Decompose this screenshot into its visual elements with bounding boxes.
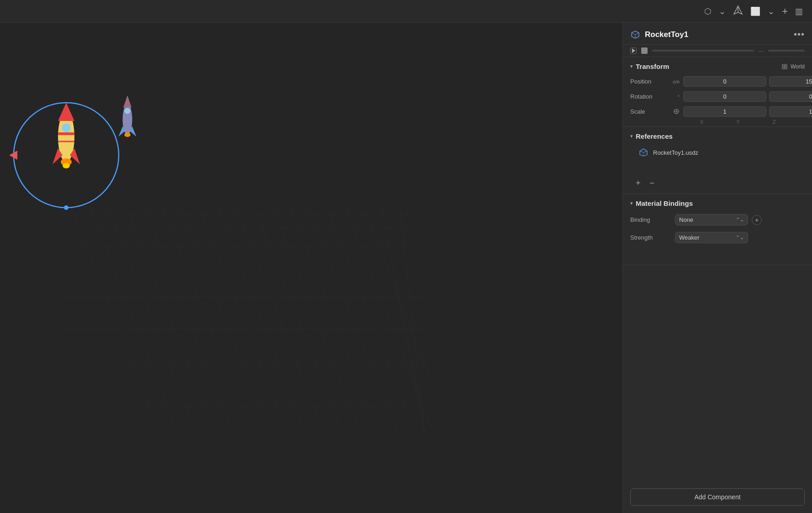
references-header[interactable]: ▾ References bbox=[623, 127, 812, 144]
ref-add-button[interactable]: + bbox=[634, 178, 643, 189]
position-unit: cm bbox=[670, 79, 680, 84]
timeline-bar[interactable] bbox=[652, 50, 754, 52]
scale-x[interactable] bbox=[683, 106, 766, 117]
object-header: RocketToy1 ••• bbox=[623, 23, 812, 45]
reference-item[interactable]: RocketToy1.usdz bbox=[627, 144, 807, 161]
material-bindings-chevron: ▾ bbox=[630, 200, 633, 206]
right-panel: RocketToy1 ••• — ▾ Transform bbox=[622, 23, 812, 513]
rotation-fields bbox=[683, 91, 812, 102]
scale-y[interactable] bbox=[769, 106, 812, 117]
binding-select[interactable]: None ⌃⌄ bbox=[675, 214, 748, 225]
position-label: Position bbox=[630, 78, 667, 85]
position-row: Position cm ↩ bbox=[623, 74, 812, 89]
material-bindings-header[interactable]: ▾ Material Bindings bbox=[623, 194, 812, 211]
rotation-unit: ° bbox=[670, 94, 680, 99]
transform-world-text: World bbox=[791, 63, 805, 70]
position-fields bbox=[683, 76, 812, 87]
svg-point-30 bbox=[64, 205, 69, 210]
ref-remove-button[interactable]: − bbox=[648, 178, 657, 189]
layout-icon[interactable]: ▥ bbox=[795, 6, 803, 16]
rotation-label: Rotation bbox=[630, 93, 667, 100]
svg-rect-39 bbox=[58, 132, 74, 135]
object-title: RocketToy1 bbox=[645, 30, 688, 39]
svg-point-34 bbox=[62, 123, 71, 132]
transform-title: Transform bbox=[636, 63, 779, 70]
transform-header[interactable]: ▾ Transform World bbox=[623, 57, 812, 74]
axis-z-label: Z bbox=[758, 119, 791, 125]
transform-world-label: World bbox=[781, 63, 805, 70]
camera-chevron-icon[interactable]: ⌄ bbox=[768, 6, 775, 16]
transform-section: ▾ Transform World Position cm bbox=[623, 57, 812, 127]
viewport[interactable] bbox=[0, 23, 622, 513]
strength-value: Weaker bbox=[679, 234, 700, 241]
main-area: RocketToy1 ••• — ▾ Transform bbox=[0, 23, 812, 513]
rotation-y[interactable] bbox=[769, 91, 812, 102]
add-component-button[interactable]: Add Component bbox=[630, 488, 805, 506]
svg-rect-0 bbox=[0, 23, 622, 513]
vr-headset-icon[interactable]: ⬡ bbox=[704, 6, 712, 16]
svg-line-60 bbox=[640, 151, 643, 152]
material-bindings-section: ▾ Material Bindings Binding None ⌃⌄ + St… bbox=[623, 194, 812, 265]
reference-item-icon bbox=[638, 147, 649, 157]
scale-row: Scale ↩ bbox=[623, 104, 812, 119]
ref-buttons: + − bbox=[623, 175, 812, 194]
binding-add-button[interactable]: + bbox=[752, 215, 762, 225]
position-y[interactable] bbox=[769, 76, 812, 87]
svg-point-38 bbox=[63, 163, 70, 168]
svg-line-50 bbox=[635, 33, 639, 35]
timeline-end: — bbox=[759, 48, 764, 53]
svg-point-43 bbox=[125, 108, 130, 114]
camera-icon[interactable]: ⬜ bbox=[750, 6, 760, 16]
binding-label: Binding bbox=[630, 216, 671, 223]
material-bindings-title: Material Bindings bbox=[636, 199, 805, 207]
navigate-icon[interactable] bbox=[733, 5, 743, 17]
strength-label: Strength bbox=[630, 234, 671, 241]
references-section: ▾ References RocketToy1.usdz + bbox=[623, 127, 812, 194]
references-chevron: ▾ bbox=[630, 133, 633, 139]
play-button[interactable] bbox=[630, 47, 637, 54]
binding-chevron-icon: ⌃⌄ bbox=[736, 217, 744, 223]
scale-fields bbox=[683, 106, 812, 117]
more-button[interactable]: ••• bbox=[794, 29, 805, 40]
transform-chevron: ▾ bbox=[630, 63, 633, 69]
rotation-x[interactable] bbox=[683, 91, 766, 102]
rotation-row: Rotation ° ↩ bbox=[623, 89, 812, 104]
strength-row: Strength Weaker ⌃⌄ bbox=[623, 229, 812, 246]
binding-value: None bbox=[679, 216, 693, 223]
timeline-bar-2[interactable] bbox=[768, 50, 805, 52]
svg-marker-59 bbox=[640, 149, 647, 152]
svg-line-49 bbox=[632, 33, 635, 35]
add-icon[interactable]: + bbox=[782, 5, 788, 17]
playback-strip: — bbox=[623, 45, 812, 57]
scale-label: Scale bbox=[630, 108, 667, 115]
toolbar: ⬡ ⌄ ⬜ ⌄ + ▥ bbox=[0, 0, 812, 23]
strength-select[interactable]: Weaker ⌃⌄ bbox=[675, 232, 748, 243]
svg-line-61 bbox=[643, 151, 647, 152]
reference-item-name: RocketToy1.usdz bbox=[653, 149, 698, 156]
stop-button[interactable] bbox=[641, 47, 648, 54]
axis-labels-row: X Y Z bbox=[623, 119, 812, 126]
binding-row: Binding None ⌃⌄ + bbox=[623, 211, 812, 229]
axis-x-label: X bbox=[685, 119, 718, 125]
position-x[interactable] bbox=[683, 76, 766, 87]
object-icon bbox=[630, 30, 640, 40]
add-component-area: Add Component bbox=[623, 481, 812, 513]
scale-unit bbox=[670, 108, 680, 115]
svg-point-46 bbox=[124, 133, 131, 137]
references-title: References bbox=[636, 132, 805, 140]
axis-y-label: Y bbox=[721, 119, 754, 125]
chevron-down-icon[interactable]: ⌄ bbox=[719, 6, 726, 16]
strength-chevron-icon: ⌃⌄ bbox=[736, 235, 744, 241]
